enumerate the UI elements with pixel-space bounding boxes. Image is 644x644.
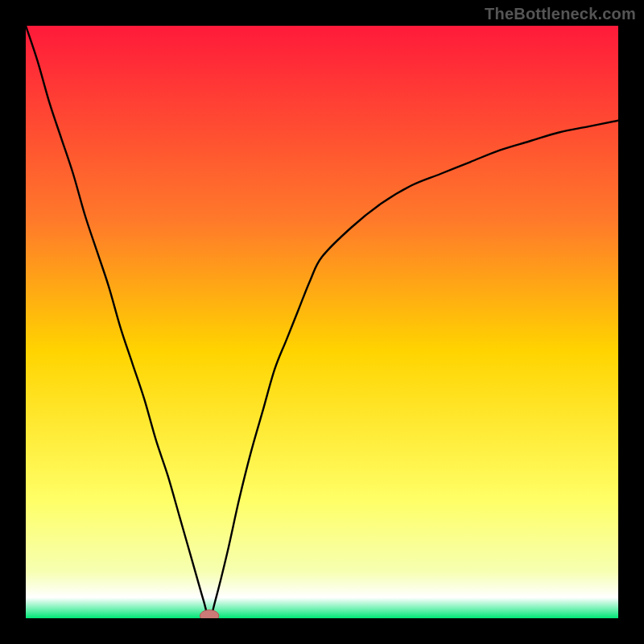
chart-svg — [26, 26, 618, 618]
gradient-background — [26, 26, 618, 618]
plot-area — [26, 26, 618, 618]
watermark-text: TheBottleneck.com — [485, 5, 636, 23]
minimum-marker — [200, 610, 219, 618]
outer-frame: TheBottleneck.com — [0, 0, 644, 644]
